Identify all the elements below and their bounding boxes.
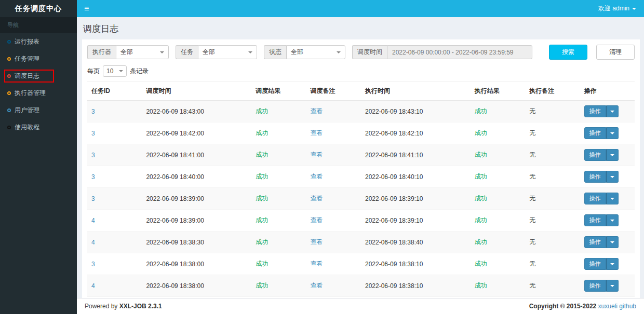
dispatch-time-cell: 2022-06-09 18:39:00	[142, 188, 251, 210]
column-header-exec-result: 执行结果	[471, 82, 525, 101]
dispatch-time-range-input[interactable]: 2022-06-09 00:00:00 - 2022-06-09 23:59:5…	[387, 45, 532, 59]
job-id-link[interactable]: 3	[91, 108, 95, 115]
dispatch-time-cell: 2022-06-09 18:38:30	[142, 231, 251, 253]
table-row: 4 2022-06-09 18:38:30 成功 查看 2022-06-09 1…	[87, 231, 635, 253]
action-button[interactable]: 操作	[584, 193, 619, 204]
view-link[interactable]: 查看	[311, 216, 323, 224]
chevron-down-icon	[248, 51, 252, 53]
action-button[interactable]: 操作	[584, 171, 619, 183]
job-id-link[interactable]: 3	[91, 130, 95, 137]
action-button[interactable]: 操作	[584, 236, 619, 248]
sidebar-item-run-report[interactable]: 运行报表	[0, 33, 77, 50]
action-button[interactable]: 操作	[584, 105, 619, 117]
action-cell: 操作	[580, 188, 635, 210]
action-cell: 操作	[580, 166, 635, 188]
dispatch-time-cell: 2022-06-09 18:40:00	[142, 166, 251, 188]
exec-result-cell: 成功	[471, 188, 525, 210]
exec-time-cell: 2022-06-09 18:39:10	[361, 210, 471, 231]
action-button[interactable]: 操作	[584, 258, 619, 270]
sidebar: 导航 运行报表 任务管理 调度日志 执行器管理 用户管理 使用教程	[0, 17, 77, 314]
job-id-link[interactable]: 4	[91, 282, 95, 290]
dispatch-remark-cell: 查看	[306, 166, 361, 188]
circle-icon	[7, 126, 11, 129]
dispatch-time-cell: 2022-06-09 18:42:00	[142, 122, 251, 144]
status-select[interactable]: 全部	[286, 45, 345, 59]
welcome-text: 欢迎 admin	[598, 4, 629, 13]
log-table-body: 3 2022-06-09 18:43:00 成功 查看 2022-06-09 1…	[87, 101, 635, 314]
job-id-link[interactable]: 3	[91, 173, 95, 181]
executor-select[interactable]: 全部	[116, 45, 169, 59]
exec-time-cell: 2022-06-09 18:38:10	[361, 275, 471, 297]
sidebar-item-job-manage[interactable]: 任务管理	[0, 50, 77, 67]
view-link[interactable]: 查看	[311, 282, 323, 289]
job-id-cell: 3	[87, 101, 142, 122]
status-select-value: 全部	[291, 48, 303, 57]
exec-result-cell: 成功	[471, 253, 525, 275]
exec-time-cell: 2022-06-09 18:38:40	[361, 231, 471, 253]
action-cell: 操作	[580, 231, 635, 253]
copyright-text: Copyright © 2015-2022	[529, 303, 597, 310]
job-id-link[interactable]: 3	[91, 261, 95, 268]
view-link[interactable]: 查看	[311, 107, 323, 115]
sidebar-item-user-manage[interactable]: 用户管理	[0, 102, 77, 119]
action-button[interactable]: 操作	[584, 127, 619, 139]
table-row: 3 2022-06-09 18:41:00 成功 查看 2022-06-09 1…	[87, 144, 635, 166]
sidebar-item-executor-manage[interactable]: 执行器管理	[0, 85, 77, 102]
job-select[interactable]: 全部	[198, 45, 257, 59]
filter-bar: 执行器 全部 任务 全部 状态 全部	[87, 44, 635, 64]
table-row: 3 2022-06-09 18:39:00 成功 查看 2022-06-09 1…	[87, 188, 635, 210]
job-id-link[interactable]: 4	[91, 217, 95, 224]
view-link[interactable]: 查看	[311, 195, 323, 202]
exec-result-cell: 成功	[471, 210, 525, 231]
dispatch-time-cell: 2022-06-09 18:41:00	[142, 144, 251, 166]
search-button[interactable]: 搜索	[549, 45, 587, 60]
job-id-cell: 3	[87, 144, 142, 166]
dispatch-remark-cell: 查看	[306, 253, 361, 275]
sidebar-toggle-icon[interactable]: ≡	[77, 0, 96, 17]
page-size-select[interactable]: 10	[103, 65, 127, 77]
exec-result-cell: 成功	[471, 231, 525, 253]
action-cell: 操作	[580, 144, 635, 166]
dispatch-time-cell: 2022-06-09 18:38:00	[142, 275, 251, 297]
job-filter-label: 任务	[176, 45, 198, 59]
sidebar-section-label: 导航	[0, 17, 77, 33]
exec-remark-cell: 无	[525, 210, 580, 231]
action-cell: 操作	[580, 122, 635, 144]
sidebar-item-label: 运行报表	[15, 37, 39, 46]
view-link[interactable]: 查看	[311, 129, 323, 136]
dispatch-log-table: 任务ID 调度时间 调度结果 调度备注 执行时间 执行结果 执行备注 操作 3 …	[87, 81, 635, 314]
view-link[interactable]: 查看	[311, 238, 323, 245]
xuxueli-link[interactable]: xuxueli	[598, 303, 618, 310]
view-link[interactable]: 查看	[311, 173, 323, 180]
user-menu[interactable]: 欢迎 admin	[591, 0, 644, 17]
action-button[interactable]: 操作	[584, 280, 619, 292]
exec-time-cell: 2022-06-09 18:38:10	[361, 253, 471, 275]
exec-remark-cell: 无	[525, 275, 580, 297]
sidebar-item-dispatch-log[interactable]: 调度日志	[0, 67, 77, 85]
top-header: 任务调度中心 ≡ 欢迎 admin	[0, 0, 644, 17]
job-id-link[interactable]: 4	[91, 239, 95, 246]
table-row: 4 2022-06-09 18:39:00 成功 查看 2022-06-09 1…	[87, 210, 635, 231]
action-button[interactable]: 操作	[584, 214, 619, 226]
job-id-cell: 4	[87, 210, 142, 231]
footer: Powered by XXL-JOB 2.3.1 Copyright © 201…	[77, 298, 644, 314]
clear-button[interactable]: 清理	[596, 45, 635, 60]
view-link[interactable]: 查看	[311, 260, 323, 267]
view-link[interactable]: 查看	[311, 151, 323, 158]
page-size-prefix: 每页	[87, 67, 100, 76]
column-header-dispatch-result: 调度结果	[251, 82, 306, 101]
github-link[interactable]: github	[619, 303, 636, 310]
job-id-link[interactable]: 3	[91, 152, 95, 159]
chevron-down-icon	[606, 193, 619, 204]
job-id-link[interactable]: 3	[91, 195, 95, 202]
brand-version: XXL-JOB 2.3.1	[119, 303, 162, 310]
brand-logo[interactable]: 任务调度中心	[0, 0, 77, 17]
action-cell: 操作	[580, 101, 635, 122]
dispatch-result-cell: 成功	[251, 101, 306, 122]
circle-icon	[7, 108, 11, 112]
action-button[interactable]: 操作	[584, 149, 619, 161]
sidebar-item-help[interactable]: 使用教程	[0, 119, 77, 136]
table-row: 4 2022-06-09 18:38:00 成功 查看 2022-06-09 1…	[87, 275, 635, 297]
job-id-cell: 4	[87, 275, 142, 297]
exec-result-cell: 成功	[471, 166, 525, 188]
